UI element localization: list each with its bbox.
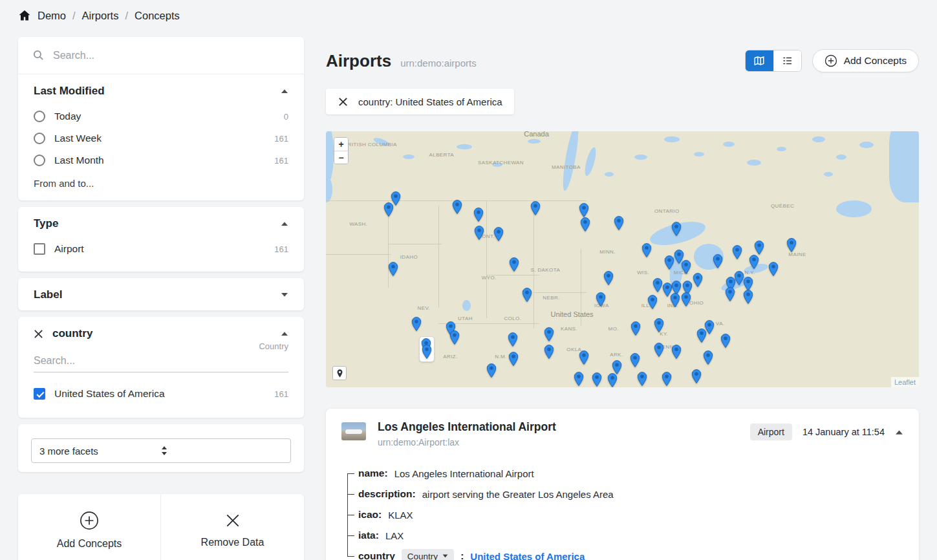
map-marker[interactable] xyxy=(662,372,672,386)
sidebar-search-input[interactable] xyxy=(53,50,290,61)
map-marker[interactable] xyxy=(508,332,517,347)
breadcrumb-concepts[interactable]: Concepts xyxy=(135,10,180,22)
map-marker[interactable] xyxy=(630,321,640,336)
map-marker[interactable] xyxy=(652,278,662,292)
more-facets-select[interactable]: 3 more facets xyxy=(31,438,291,463)
date-range-link[interactable]: From and to... xyxy=(34,178,288,189)
map-marker[interactable] xyxy=(693,273,702,287)
map-marker[interactable] xyxy=(486,363,496,378)
add-concepts-sidebar-button[interactable]: Add Concepts xyxy=(18,494,161,560)
chevron-up-icon xyxy=(281,221,288,226)
map-marker[interactable] xyxy=(733,245,742,259)
map-marker[interactable] xyxy=(726,287,735,301)
breadcrumb-airports[interactable]: Airports xyxy=(82,10,119,22)
map-attribution[interactable]: Leaflet xyxy=(891,377,919,387)
map-marker[interactable] xyxy=(654,318,664,332)
map-marker[interactable] xyxy=(671,222,681,236)
clear-filter-icon[interactable] xyxy=(34,329,43,339)
map-marker[interactable] xyxy=(474,226,484,240)
map-marker[interactable] xyxy=(692,369,702,383)
facet-country-header[interactable]: country xyxy=(34,327,288,340)
map-marker[interactable] xyxy=(648,295,658,309)
facet-last-modified-header[interactable]: Last Modified xyxy=(34,85,288,98)
facet-option-last-week: Last Week 161 xyxy=(34,127,288,149)
map-marker[interactable] xyxy=(509,257,519,272)
map-marker[interactable] xyxy=(703,350,713,365)
country-value-link[interactable]: United States of America xyxy=(470,551,585,560)
concept-urn: urn:demo:Airport:lax xyxy=(378,437,556,447)
remove-data-button[interactable]: Remove Data xyxy=(161,494,304,560)
breadcrumb-demo[interactable]: Demo xyxy=(38,10,66,22)
map-marker[interactable] xyxy=(574,372,583,386)
collapse-chevron-icon[interactable] xyxy=(895,429,903,435)
map-marker[interactable] xyxy=(755,241,764,255)
radio-last-week[interactable] xyxy=(34,133,45,144)
relation-type-dropdown[interactable]: Country xyxy=(402,549,454,560)
facet-type-header[interactable]: Type xyxy=(34,217,288,230)
search-icon xyxy=(32,49,45,61)
map-marker[interactable] xyxy=(735,271,744,285)
map-marker[interactable] xyxy=(743,277,753,291)
map-marker[interactable] xyxy=(544,327,554,341)
map-marker[interactable] xyxy=(473,208,483,222)
checkbox-usa[interactable] xyxy=(34,388,45,400)
map-marker[interactable] xyxy=(743,290,753,304)
map-marker[interactable] xyxy=(614,216,623,230)
map-marker[interactable] xyxy=(681,292,691,307)
map[interactable]: CanadaBRITISH COLUMBIAALBERTASASKATCHEWA… xyxy=(326,131,919,387)
checkbox-airport[interactable] xyxy=(34,243,45,255)
zoom-in-button[interactable]: + xyxy=(334,138,348,151)
map-marker[interactable] xyxy=(697,328,707,343)
map-marker[interactable] xyxy=(452,200,462,214)
map-marker[interactable] xyxy=(671,345,681,359)
home-icon[interactable] xyxy=(18,9,31,22)
map-marker[interactable] xyxy=(384,202,394,217)
map-marker[interactable] xyxy=(493,227,503,241)
facet-label-header[interactable]: Label xyxy=(34,288,288,301)
map-marker[interactable] xyxy=(664,255,674,270)
map-marker[interactable] xyxy=(769,262,779,276)
map-marker[interactable] xyxy=(522,288,532,302)
property-key: description: xyxy=(358,488,416,500)
map-marker[interactable] xyxy=(592,372,602,387)
data-actions-card: Add Concepts Remove Data xyxy=(18,494,304,560)
map-marker[interactable] xyxy=(579,203,588,217)
remove-filter-icon[interactable] xyxy=(338,96,349,107)
add-concepts-header-button[interactable]: Add Concepts xyxy=(812,49,919,72)
map-marker[interactable] xyxy=(654,343,664,357)
map-marker[interactable] xyxy=(671,293,680,307)
map-marker[interactable] xyxy=(749,255,759,269)
map-view-button[interactable] xyxy=(746,50,773,71)
map-marker[interactable] xyxy=(449,330,459,345)
map-marker[interactable] xyxy=(422,345,431,359)
map-marker[interactable] xyxy=(544,345,554,359)
property-value: airport serving the Greater Los Angeles … xyxy=(422,489,614,500)
map-marker[interactable] xyxy=(388,262,398,276)
option-label: Last Month xyxy=(54,155,265,166)
map-marker[interactable] xyxy=(721,334,731,348)
map-marker[interactable] xyxy=(713,254,723,268)
marker-icon xyxy=(337,369,343,378)
map-marker[interactable] xyxy=(786,238,796,252)
map-marker[interactable] xyxy=(637,372,647,386)
list-view-button[interactable] xyxy=(773,50,801,71)
radio-today[interactable] xyxy=(34,111,45,122)
map-marker[interactable] xyxy=(530,201,540,215)
radio-last-month[interactable] xyxy=(34,155,45,166)
map-marker[interactable] xyxy=(579,350,588,365)
breadcrumb: Demo / Airports / Concepts xyxy=(18,6,180,25)
map-marker[interactable] xyxy=(604,271,614,285)
country-search-input[interactable] xyxy=(34,355,288,367)
map-marker[interactable] xyxy=(642,243,652,257)
map-marker[interactable] xyxy=(412,317,422,331)
map-marker[interactable] xyxy=(612,360,622,374)
map-control-button[interactable] xyxy=(332,366,347,380)
map-marker[interactable] xyxy=(607,373,617,387)
map-marker[interactable] xyxy=(508,352,518,366)
map-marker[interactable] xyxy=(596,292,605,307)
map-marker[interactable] xyxy=(630,353,640,367)
zoom-out-button[interactable]: − xyxy=(334,151,348,164)
map-marker[interactable] xyxy=(681,260,691,274)
map-marker[interactable] xyxy=(580,217,590,232)
property-row-icao: icao: KLAX xyxy=(347,504,903,525)
